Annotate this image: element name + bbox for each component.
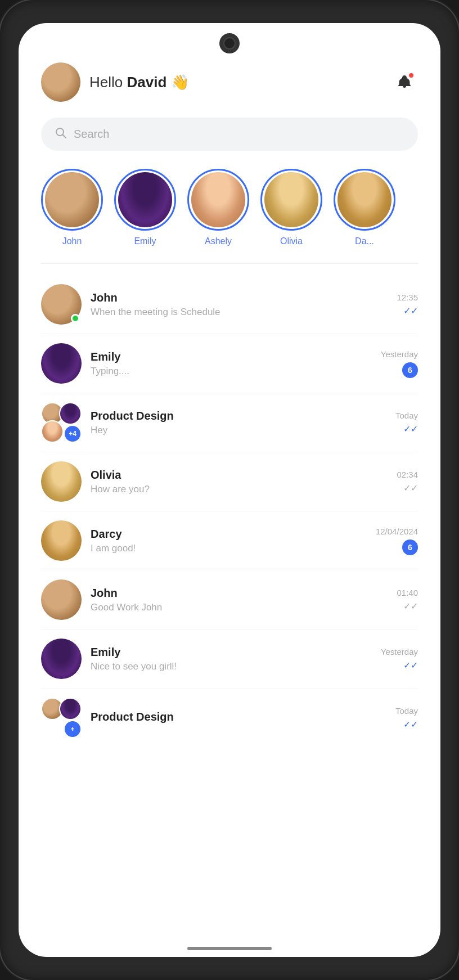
- story-ring-da: [334, 169, 395, 231]
- group-more-1: +4: [64, 425, 82, 443]
- chat-time-emily-1: Yesterday: [381, 349, 418, 359]
- chat-time-john-2: 01:40: [397, 588, 418, 597]
- story-item-emily[interactable]: Emily: [114, 169, 176, 246]
- chat-name-product-2: Product Design: [91, 711, 386, 723]
- chat-meta-product-2: Today ✓✓: [395, 706, 418, 730]
- chat-meta-emily-1: Yesterday 6: [381, 349, 418, 378]
- chat-info-product-2: Product Design: [91, 711, 386, 726]
- phone-screen: Hello David 👋: [19, 23, 440, 957]
- chat-time-product-2: Today: [395, 706, 418, 716]
- chat-item-product-design-1[interactable]: +4 Product Design Hey Today ✓✓: [41, 393, 418, 452]
- story-name-emily: Emily: [134, 236, 156, 246]
- chat-name-emily-1: Emily: [91, 350, 372, 363]
- chat-info-emily-1: Emily Typing....: [91, 350, 372, 377]
- delivered-check-olivia: ✓✓: [403, 483, 418, 493]
- user-name: David: [127, 74, 166, 91]
- story-ring-john: [41, 169, 103, 231]
- chat-item-darcy[interactable]: Darcy I am good! 12/04/2024 6: [41, 511, 418, 570]
- story-ring-olivia: [260, 169, 322, 231]
- camera-notch: [219, 33, 240, 53]
- chat-item-emily-2[interactable]: Emily Nice to see you girll! Yesterday ✓…: [41, 630, 418, 689]
- chat-avatar-wrap-olivia: [41, 461, 82, 502]
- camera-lens: [223, 37, 236, 50]
- header: Hello David 👋: [41, 62, 418, 102]
- story-ring-ashely: [187, 169, 249, 231]
- story-avatar-john: [45, 172, 99, 227]
- chat-name-john-2: John: [91, 587, 388, 600]
- group-mini-2: [59, 402, 82, 425]
- story-item-da[interactable]: Da...: [334, 169, 395, 246]
- story-item-ashely[interactable]: Ashely: [187, 169, 249, 246]
- story-ring-emily: [114, 169, 176, 231]
- story-name-da: Da...: [355, 236, 374, 246]
- search-icon: [55, 127, 67, 142]
- notification-dot: [408, 72, 415, 79]
- chat-avatar-john-2: [41, 579, 82, 620]
- chat-meta-darcy: 12/04/2024 6: [376, 527, 418, 555]
- chat-avatar-wrap-darcy: [41, 520, 82, 561]
- greeting-text: Hello David 👋: [89, 74, 189, 91]
- chat-avatar-darcy: [41, 520, 82, 561]
- story-avatar-ashely: [191, 172, 245, 227]
- chat-avatar-wrap-john-1: [41, 284, 82, 325]
- chat-info-emily-2: Emily Nice to see you girll!: [91, 646, 372, 672]
- chat-list: John When the meeting is Schedule 12:35 …: [41, 275, 418, 946]
- chat-name-john-1: John: [91, 291, 388, 304]
- chat-info-john-1: John When the meeting is Schedule: [91, 291, 388, 318]
- chat-meta-john-2: 01:40 ✓✓: [397, 588, 418, 612]
- story-name-ashely: Ashely: [205, 236, 232, 246]
- read-check-emily-2: ✓✓: [403, 660, 418, 671]
- user-avatar[interactable]: [41, 62, 80, 102]
- chat-avatar-wrap-emily-1: [41, 343, 82, 384]
- read-check-product-2: ✓✓: [403, 719, 418, 730]
- notification-button[interactable]: [391, 69, 418, 96]
- chat-time-darcy: 12/04/2024: [376, 527, 418, 536]
- read-check-product-1: ✓✓: [403, 424, 418, 434]
- chat-badge-emily-1: 6: [402, 362, 418, 378]
- chat-item-product-design-2[interactable]: + Product Design Today ✓✓: [41, 689, 418, 747]
- chat-preview-olivia: How are you?: [91, 484, 388, 495]
- chat-name-emily-2: Emily: [91, 646, 372, 659]
- chat-avatar-emily-2: [41, 639, 82, 679]
- chat-item-john-2[interactable]: John Good Work John 01:40 ✓✓: [41, 570, 418, 630]
- chat-avatar-olivia: [41, 461, 82, 502]
- chat-info-darcy: Darcy I am good!: [91, 528, 367, 554]
- chat-time-product-1: Today: [395, 411, 418, 420]
- chat-preview-product-1: Hey: [91, 425, 386, 436]
- chat-time-emily-2: Yesterday: [381, 647, 418, 657]
- header-left: Hello David 👋: [41, 62, 189, 102]
- chat-meta-olivia: 02:34 ✓✓: [397, 470, 418, 493]
- chat-preview-emily-1: Typing....: [91, 366, 372, 377]
- search-placeholder: Search: [74, 128, 109, 141]
- search-bar[interactable]: Search: [41, 118, 418, 151]
- chat-avatar-wrap-john-2: [41, 579, 82, 620]
- chat-name-product-1: Product Design: [91, 410, 386, 422]
- group-avatar-wrap-1: +4: [41, 402, 82, 443]
- chat-preview-darcy: I am good!: [91, 543, 367, 554]
- chat-meta-john-1: 12:35 ✓✓: [397, 293, 418, 316]
- chat-meta-emily-2: Yesterday ✓✓: [381, 647, 418, 671]
- story-avatar-da: [338, 172, 392, 227]
- story-avatar-emily: [118, 172, 172, 227]
- chat-item-john-1[interactable]: John When the meeting is Schedule 12:35 …: [41, 275, 418, 334]
- chat-name-darcy: Darcy: [91, 528, 367, 541]
- story-avatar-olivia: [264, 172, 318, 227]
- chat-item-olivia[interactable]: Olivia How are you? 02:34 ✓✓: [41, 452, 418, 511]
- divider: [41, 263, 418, 264]
- story-item-john[interactable]: John: [41, 169, 103, 246]
- group-more-2: +: [64, 720, 82, 738]
- chat-preview-emily-2: Nice to see you girll!: [91, 661, 372, 672]
- chat-name-olivia: Olivia: [91, 469, 388, 482]
- story-item-olivia[interactable]: Olivia: [260, 169, 322, 246]
- delivered-check-john-2: ✓✓: [403, 601, 418, 612]
- group-mini-3: [41, 420, 64, 443]
- chat-time-john-1: 12:35: [397, 293, 418, 302]
- chat-avatar-wrap-emily-2: [41, 639, 82, 679]
- chat-preview-john-2: Good Work John: [91, 602, 388, 613]
- chat-time-olivia: 02:34: [397, 470, 418, 479]
- chat-info-product-1: Product Design Hey: [91, 410, 386, 436]
- chat-info-john-2: John Good Work John: [91, 587, 388, 613]
- chat-item-emily-1[interactable]: Emily Typing.... Yesterday 6: [41, 334, 418, 393]
- chat-avatar-emily-1: [41, 343, 82, 384]
- wave-emoji: 👋: [171, 74, 189, 91]
